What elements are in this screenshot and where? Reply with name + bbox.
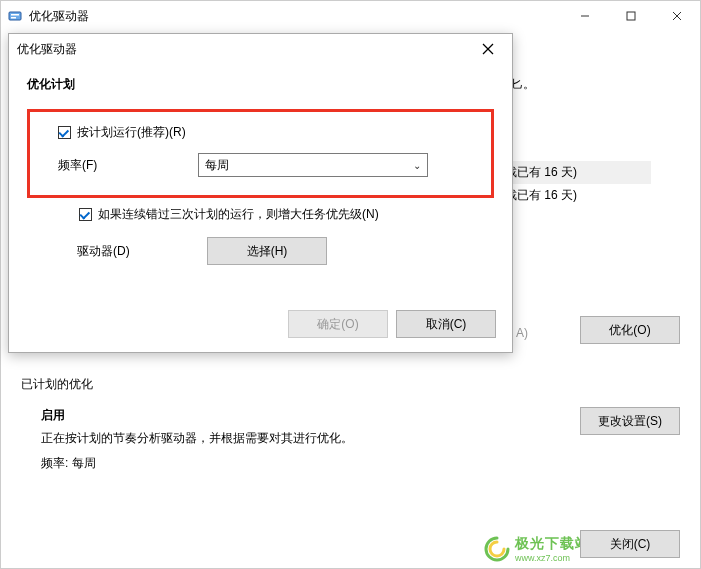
chevron-down-icon: ⌄	[413, 160, 421, 171]
main-titlebar: 优化驱动器	[1, 1, 700, 31]
status-line-2: 新剪裁已有 16 天)	[481, 184, 700, 207]
select-drives-button[interactable]: 选择(H)	[207, 237, 327, 265]
minimize-button[interactable]	[562, 1, 608, 31]
dialog-buttons: 确定(O) 取消(C)	[288, 310, 496, 338]
dialog-titlebar: 优化驱动器	[9, 34, 512, 64]
dialog-close-button[interactable]	[472, 37, 504, 61]
svg-rect-0	[9, 12, 21, 20]
increase-priority-row: 如果连续错过三次计划的运行，则增大任务优先级(N)	[79, 206, 490, 223]
enable-row: 启用 正在按计划的节奏分析驱动器，并根据需要对其进行优化。 频率: 每周 更改设…	[21, 407, 680, 472]
cancel-button[interactable]: 取消(C)	[396, 310, 496, 338]
run-on-schedule-label: 按计划运行(推荐)(R)	[77, 124, 186, 141]
svg-rect-1	[11, 14, 19, 16]
frequency-label: 频率(F)	[58, 157, 198, 174]
dialog-heading: 优化计划	[27, 76, 494, 93]
drives-row: 驱动器(D) 选择(H)	[77, 237, 490, 265]
increase-priority-label: 如果连续错过三次计划的运行，则增大任务优先级(N)	[98, 206, 379, 223]
frequency-combobox[interactable]: 每周 ⌄	[198, 153, 428, 177]
run-on-schedule-row: 按计划运行(推荐)(R)	[58, 124, 481, 141]
change-settings-button[interactable]: 更改设置(S)	[580, 407, 680, 435]
scheduled-section-title: 已计划的优化	[21, 376, 680, 393]
bottom-bar: 关闭(C)	[580, 530, 680, 558]
frequency-value: 每周	[205, 157, 229, 174]
drives-label: 驱动器(D)	[77, 243, 207, 260]
watermark-url: www.xz7.com	[515, 553, 590, 563]
main-window-title: 优化驱动器	[29, 8, 89, 25]
svg-rect-4	[627, 12, 635, 20]
frequency-row: 频率(F) 每周 ⌄	[58, 153, 481, 177]
dialog-body: 优化计划 按计划运行(推荐)(R) 频率(F) 每周 ⌄ 如果连续错过三次计划的…	[9, 64, 512, 277]
title-left: 优化驱动器	[7, 8, 89, 25]
watermark: 极光下载站 www.xz7.com	[483, 535, 590, 563]
optimize-dialog: 优化驱动器 优化计划 按计划运行(推荐)(R) 频率(F) 每周 ⌄ 如果连续错…	[8, 33, 513, 353]
maximize-button[interactable]	[608, 1, 654, 31]
scheduled-section: 已计划的优化 启用 正在按计划的节奏分析驱动器，并根据需要对其进行优化。 频率:…	[21, 376, 680, 472]
main-buttons-row: 优化(O)	[580, 316, 680, 344]
dialog-title: 优化驱动器	[17, 41, 77, 58]
run-on-schedule-checkbox[interactable]	[58, 126, 71, 139]
enable-description: 正在按计划的节奏分析驱动器，并根据需要对其进行优化。	[41, 430, 353, 447]
close-button[interactable]: 关闭(C)	[580, 530, 680, 558]
app-icon	[7, 8, 23, 24]
partial-button-text: A)	[516, 326, 528, 340]
highlight-box: 按计划运行(推荐)(R) 频率(F) 每周 ⌄	[27, 109, 494, 198]
truncated-text: 匕。	[511, 76, 535, 93]
window-controls	[562, 1, 700, 31]
ok-button[interactable]: 确定(O)	[288, 310, 388, 338]
watermark-logo-icon	[483, 535, 511, 563]
close-icon	[482, 43, 494, 55]
close-window-button[interactable]	[654, 1, 700, 31]
optimize-button[interactable]: 优化(O)	[580, 316, 680, 344]
enable-left: 启用 正在按计划的节奏分析驱动器，并根据需要对其进行优化。 频率: 每周	[41, 407, 353, 472]
status-lines: 新剪裁已有 16 天) 新剪裁已有 16 天)	[481, 161, 700, 207]
frequency-line: 频率: 每周	[41, 455, 353, 472]
increase-priority-checkbox[interactable]	[79, 208, 92, 221]
watermark-text: 极光下载站 www.xz7.com	[515, 535, 590, 563]
svg-rect-2	[11, 17, 16, 19]
enable-label: 启用	[41, 407, 353, 424]
watermark-name: 极光下载站	[515, 535, 590, 553]
